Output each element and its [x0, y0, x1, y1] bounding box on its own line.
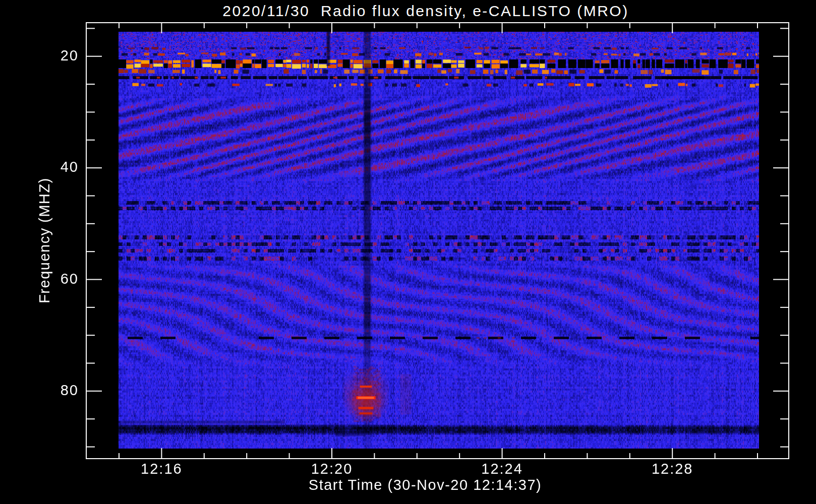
y-tick-label: 40 [43, 159, 79, 175]
y-tick-label: 60 [43, 271, 79, 287]
y-tick-label: 80 [43, 382, 79, 399]
spectrogram-canvas [119, 32, 759, 449]
x-axis-title: Start Time (30-Nov-20 12:14:37) [123, 477, 728, 493]
x-tick-label: 12:20 [297, 461, 367, 477]
x-tick-label: 12:24 [467, 461, 538, 477]
figure-root: 2020/11/30 Radio flux density, e-CALLIST… [0, 0, 816, 504]
x-tick-label: 12:28 [637, 461, 708, 477]
x-tick-label: 12:16 [126, 461, 197, 477]
y-tick-label: 20 [43, 47, 79, 64]
chart-title: 2020/11/30 Radio flux density, e-CALLIST… [123, 3, 728, 20]
